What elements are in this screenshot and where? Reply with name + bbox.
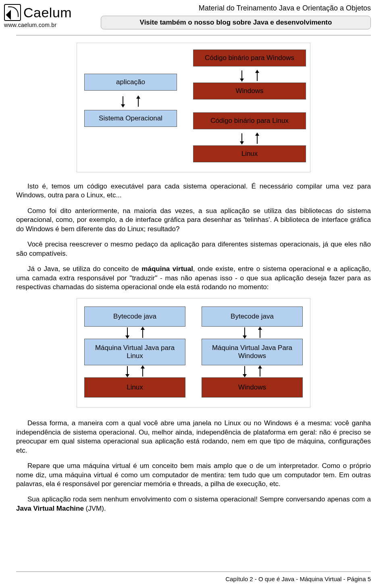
arrow-down-icon [241, 133, 242, 144]
caelum-logo-icon [4, 4, 21, 21]
paragraph-1: Isto é, temos um código executável para … [16, 182, 371, 200]
header-right: Material do Treinamento Java e Orientaçã… [101, 4, 371, 29]
paragraph-6: Repare que uma máquina virtual é um conc… [16, 462, 371, 489]
arrow-down-icon [241, 70, 242, 81]
diagram-native-compilation: aplicação Sistema Operacional Código bin… [16, 43, 371, 172]
arrow-down-icon [127, 366, 128, 377]
box-jvm-windows: Máquina Virtual Java Para Windows [202, 339, 303, 365]
p4-bold: máquina virtual [141, 265, 193, 273]
arrow-up-icon [138, 96, 139, 107]
page-content: aplicação Sistema Operacional Código bin… [0, 43, 387, 513]
logo-url: www.caelum.com.br [4, 22, 93, 28]
box-bytecode-linux: Bytecode java [84, 306, 185, 327]
paragraph-4: Já o Java, se utiliza do conceito de máq… [16, 265, 371, 292]
p7-bold: Java Virtual Machine [16, 505, 84, 512]
page-footer: Capítulo 2 - O que é Java - Máquina Virt… [225, 576, 371, 582]
arrow-down-icon [123, 96, 123, 107]
header-banner: Visite também o nosso blog sobre Java e … [101, 16, 371, 29]
arrow-down-icon [244, 366, 245, 377]
arrow-down-icon [127, 327, 128, 338]
arrow-up-icon [257, 133, 258, 144]
p7-text-a: Sua aplicação roda sem nenhum envolvimen… [27, 495, 371, 503]
logo-text: Caelum [23, 5, 72, 21]
box-windows: Windows [193, 83, 306, 99]
logo-block: Caelum www.caelum.com.br [4, 4, 93, 28]
box-aplicacao: aplicação [84, 74, 177, 91]
box-codigo-windows: Código binário para Windows [193, 50, 306, 66]
box-windows-os: Windows [202, 377, 303, 398]
box-sistema-operacional: Sistema Operacional [84, 110, 177, 127]
p7-text-c: (JVM). [84, 505, 106, 512]
p4-text-a: Já o Java, se utiliza do conceito de [27, 265, 141, 273]
page-header: Caelum www.caelum.com.br Material do Tre… [0, 0, 387, 29]
paragraph-5: Dessa forma, a maneira com a qual você a… [16, 419, 371, 455]
arrow-up-icon [257, 70, 258, 81]
footer-divider [16, 571, 371, 572]
header-divider [16, 35, 371, 35]
box-bytecode-windows: Bytecode java [202, 306, 303, 327]
diagram-jvm: Bytecode java Máquina Virtual Java para … [16, 298, 371, 408]
arrow-down-icon [244, 327, 245, 338]
header-material-title: Material do Treinamento Java e Orientaçã… [101, 4, 371, 12]
arrow-up-icon [260, 366, 260, 377]
box-linux: Linux [193, 145, 306, 162]
box-linux-os: Linux [84, 377, 185, 398]
arrow-up-icon [260, 327, 260, 338]
box-jvm-linux: Máquina Virtual Java para Linux [84, 339, 185, 365]
box-codigo-linux: Código binário para Linux [193, 112, 306, 129]
paragraph-3: Você precisa reescrever o mesmo pedaço d… [16, 240, 371, 258]
arrow-up-icon [142, 366, 143, 377]
paragraph-2: Como foi dito anteriormente, na maioria … [16, 207, 371, 234]
paragraph-7: Sua aplicação roda sem nenhum envolvimen… [16, 495, 371, 513]
arrow-up-icon [142, 327, 143, 338]
